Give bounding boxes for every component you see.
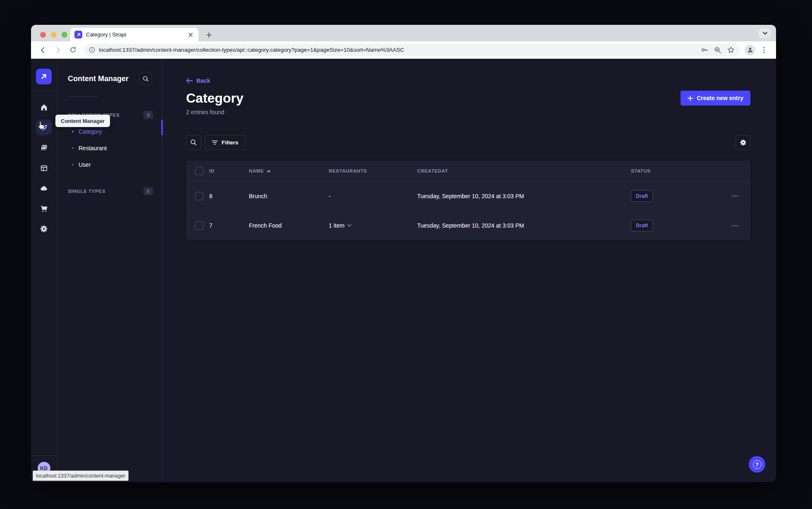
- entries-table: ID NAME RESTAURANTS CREATEDAT STATUS 8 B…: [186, 161, 750, 240]
- new-tab-button[interactable]: [204, 30, 214, 40]
- main-content: Back Category 2 entries found Create new…: [162, 59, 776, 482]
- plus-icon: [688, 96, 693, 101]
- url-text[interactable]: localhost:1337/admin/content-manager/col…: [99, 47, 697, 53]
- sort-ascending-icon: [267, 170, 271, 172]
- cell-restaurants: -: [329, 193, 417, 199]
- browser-tab[interactable]: Category | Strapi: [70, 28, 198, 41]
- chevron-down-icon: [347, 224, 351, 227]
- bullet-icon: [72, 131, 74, 132]
- column-header-id[interactable]: ID: [209, 168, 249, 173]
- cell-name: French Food: [249, 222, 329, 229]
- table-header-row: ID NAME RESTAURANTS CREATEDAT STATUS: [186, 161, 750, 181]
- home-icon[interactable]: [36, 99, 52, 115]
- browser-profile-icon[interactable]: [745, 45, 755, 55]
- cell-createdat: Tuesday, September 10, 2024 at 3:03 PM: [417, 193, 631, 199]
- cell-restaurants[interactable]: 1 item: [329, 222, 417, 229]
- browser-toolbar: localhost:1337/admin/content-manager/col…: [31, 41, 776, 59]
- single-types-count-badge: 0: [143, 187, 153, 195]
- table-row[interactable]: 8 Brunch - Tuesday, September 10, 2024 a…: [186, 181, 750, 211]
- column-header-restaurants[interactable]: RESTAURANTS: [329, 168, 417, 173]
- strapi-admin: KD Content Manager COLLECTION TYPES 3 Ca…: [31, 59, 776, 482]
- reload-icon[interactable]: [67, 44, 79, 56]
- link-status-bar: localhost:1337/admin/content-manager: [33, 471, 129, 481]
- close-window-button[interactable]: [40, 32, 46, 38]
- subnav-item-user[interactable]: User: [57, 156, 162, 173]
- filter-icon: [212, 140, 218, 145]
- window-controls: [40, 32, 67, 38]
- help-button[interactable]: ?: [749, 456, 765, 473]
- subnav-divider: [68, 96, 98, 97]
- media-library-icon[interactable]: [36, 140, 52, 156]
- select-all-checkbox[interactable]: [195, 167, 203, 175]
- tab-title: Category | Strapi: [86, 31, 183, 38]
- content-type-builder-icon[interactable]: [36, 160, 52, 176]
- tab-close-icon[interactable]: [187, 31, 194, 38]
- status-badge: Draft: [631, 220, 653, 231]
- search-icon: [143, 76, 149, 82]
- strapi-logo-icon[interactable]: [36, 69, 52, 84]
- cell-id: 7: [209, 222, 249, 229]
- row-checkbox[interactable]: [195, 221, 203, 230]
- browser-menu-icon[interactable]: [758, 44, 770, 56]
- tab-search-chevron-icon[interactable]: [759, 29, 771, 38]
- column-header-status[interactable]: STATUS: [631, 168, 719, 173]
- settings-gear-icon[interactable]: [36, 221, 52, 237]
- row-checkbox[interactable]: [195, 192, 203, 200]
- table-settings-button[interactable]: [736, 135, 750, 150]
- cell-name: Brunch: [249, 193, 329, 199]
- content-manager-tooltip: Content Manager: [55, 115, 110, 127]
- table-row[interactable]: 7 French Food 1 item Tuesday, September …: [186, 211, 750, 240]
- search-icon: [190, 139, 197, 146]
- column-header-name[interactable]: NAME: [249, 168, 329, 173]
- forward-icon[interactable]: [52, 44, 64, 56]
- marketplace-cart-icon[interactable]: [36, 201, 52, 216]
- deploy-cloud-icon[interactable]: [36, 180, 52, 196]
- bookmark-star-icon[interactable]: [727, 46, 735, 54]
- subnav-title: Content Manager: [68, 74, 129, 83]
- tab-strip: Category | Strapi: [31, 25, 776, 41]
- column-header-createdat[interactable]: CREATEDAT: [417, 168, 631, 173]
- row-actions-menu-icon[interactable]: [719, 225, 750, 226]
- zoom-icon[interactable]: [714, 46, 721, 54]
- back-arrow-icon: [186, 78, 193, 84]
- cell-id: 8: [209, 193, 249, 199]
- gear-icon: [740, 139, 747, 146]
- subnav-search-button[interactable]: [139, 72, 152, 85]
- maximize-window-button[interactable]: [62, 32, 67, 38]
- strapi-favicon-icon: [74, 31, 82, 38]
- row-actions-menu-icon[interactable]: [719, 195, 750, 197]
- bullet-icon: [72, 147, 74, 149]
- filters-button[interactable]: Filters: [205, 135, 246, 150]
- password-key-icon[interactable]: [700, 46, 708, 54]
- entries-count: 2 entries found: [186, 109, 244, 115]
- single-types-label: SINGLE TYPES: [68, 189, 105, 194]
- address-bar[interactable]: localhost:1337/admin/content-manager/col…: [84, 44, 740, 56]
- rail-footer-divider: [31, 455, 57, 456]
- back-link[interactable]: Back: [186, 77, 750, 84]
- status-badge: Draft: [631, 190, 653, 202]
- hand-cursor-icon: [36, 121, 45, 131]
- page-title: Category: [186, 90, 244, 106]
- table-search-button[interactable]: [186, 135, 201, 150]
- page-info-icon[interactable]: [89, 47, 95, 53]
- rail-divider: [31, 91, 57, 91]
- browser-window: Category | Strapi localhost:1337/admin/c…: [31, 25, 776, 482]
- cell-createdat: Tuesday, September 10, 2024 at 3:03 PM: [417, 222, 631, 229]
- subnav-item-restaurant[interactable]: Restaurant: [57, 140, 162, 156]
- collection-types-count-badge: 3: [143, 111, 153, 119]
- bullet-icon: [72, 164, 74, 166]
- question-mark-icon: ?: [753, 460, 762, 469]
- minimize-window-button[interactable]: [51, 32, 57, 38]
- back-icon[interactable]: [37, 44, 49, 56]
- create-new-entry-button[interactable]: Create new entry: [681, 91, 750, 106]
